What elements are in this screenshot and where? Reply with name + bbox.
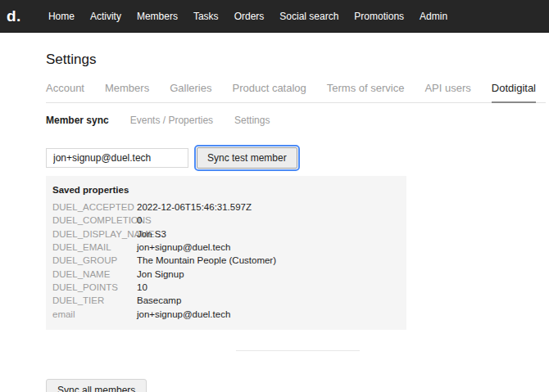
tab-api-users[interactable]: API users (424, 82, 470, 102)
property-row: DUEL_POINTS 10 (52, 281, 400, 294)
top-navbar: d. Home Activity Members Tasks Orders So… (0, 0, 549, 33)
tab-terms-of-service[interactable]: Terms of service (327, 82, 405, 102)
property-row: DUEL_COMPLETIONS 0 (52, 214, 400, 227)
tab-dotdigital[interactable]: Dotdigital (492, 82, 536, 103)
property-row: DUEL_ACCEPTED 2022-12-06T15:46:31.597Z (52, 201, 400, 214)
nav-item-orders[interactable]: Orders (234, 0, 265, 33)
property-value: Jon S3 (137, 229, 166, 239)
property-key: DUEL_COMPLETIONS (52, 215, 137, 225)
sync-test-member-button[interactable]: Sync test member (197, 147, 297, 169)
tab-members[interactable]: Members (105, 82, 149, 102)
tab-product-catalog[interactable]: Product catalog (232, 82, 306, 102)
settings-page: Settings Account Members Galleries Produ… (0, 52, 549, 392)
property-value: The Mountain People (Customer) (137, 255, 276, 265)
property-key: DUEL_GROUP (52, 255, 137, 265)
dotdigital-subtabs: Member sync Events / Properties Settings (46, 115, 549, 126)
property-row: DUEL_NAME Jon Signup (52, 267, 400, 280)
nav-item-promotions[interactable]: Promotions (354, 0, 404, 33)
property-row: email jon+signup@duel.tech (52, 307, 400, 320)
nav-item-social-search[interactable]: Social search (279, 0, 338, 33)
nav-item-admin[interactable]: Admin (420, 0, 447, 33)
property-row: DUEL_DISPLAY_NAME Jon S3 (52, 228, 400, 241)
property-value: 10 (137, 282, 147, 292)
property-key: DUEL_DISPLAY_NAME (52, 229, 137, 239)
property-key: DUEL_POINTS (52, 282, 137, 292)
property-value: 2022-12-06T15:46:31.597Z (137, 202, 252, 212)
property-row: DUEL_GROUP The Mountain People (Customer… (52, 254, 400, 267)
nav-item-members[interactable]: Members (137, 0, 178, 33)
saved-properties-title: Saved properties (52, 183, 400, 196)
page-title: Settings (46, 52, 549, 68)
tab-galleries[interactable]: Galleries (170, 82, 211, 102)
tab-account[interactable]: Account (46, 82, 84, 102)
test-member-email-input[interactable] (46, 148, 188, 168)
property-key: DUEL_EMAIL (52, 242, 137, 252)
property-value: 0 (137, 215, 142, 225)
subtab-member-sync[interactable]: Member sync (46, 115, 109, 126)
property-key: DUEL_TIER (52, 295, 137, 305)
main-nav: Home Activity Members Tasks Orders Socia… (48, 0, 447, 33)
nav-item-tasks[interactable]: Tasks (193, 0, 219, 33)
saved-properties-panel: Saved properties DUEL_ACCEPTED 2022-12-0… (46, 176, 406, 330)
property-key: email (52, 309, 137, 319)
nav-item-activity[interactable]: Activity (90, 0, 121, 33)
property-value: jon+signup@duel.tech (137, 242, 230, 252)
test-member-sync-form: Sync test member (46, 147, 549, 169)
property-value: Basecamp (137, 295, 181, 305)
subtab-events-properties[interactable]: Events / Properties (130, 115, 213, 126)
subtab-settings[interactable]: Settings (234, 115, 270, 126)
property-key: DUEL_NAME (52, 269, 137, 279)
brand-logo[interactable]: d. (7, 8, 21, 24)
property-value: jon+signup@duel.tech (137, 309, 230, 319)
settings-tabs: Account Members Galleries Product catalo… (46, 82, 546, 103)
property-value: Jon Signup (137, 269, 184, 279)
property-key: DUEL_ACCEPTED (52, 202, 137, 212)
property-row: DUEL_EMAIL jon+signup@duel.tech (52, 241, 400, 254)
section-divider (236, 350, 360, 351)
property-row: DUEL_TIER Basecamp (52, 294, 400, 307)
sync-all-members-button[interactable]: Sync all members (46, 379, 147, 392)
nav-item-home[interactable]: Home (48, 0, 75, 33)
